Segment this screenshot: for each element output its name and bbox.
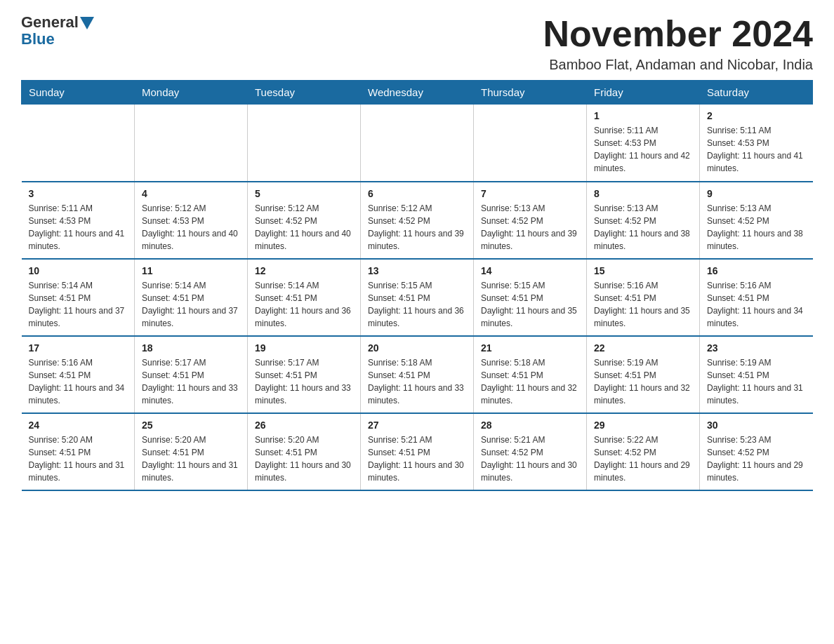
day-info: Sunrise: 5:21 AMSunset: 4:52 PMDaylight:…: [481, 434, 579, 484]
title-block: November 2024 Bamboo Flat, Andaman and N…: [543, 14, 813, 73]
calendar-cell: 11 Sunrise: 5:14 AMSunset: 4:51 PMDaylig…: [135, 259, 248, 336]
day-number: 13: [368, 265, 466, 276]
day-number: 1: [594, 110, 692, 121]
day-number: 29: [594, 420, 692, 431]
calendar-cell: 7 Sunrise: 5:13 AMSunset: 4:52 PMDayligh…: [474, 182, 587, 259]
calendar-cell: [135, 105, 248, 182]
day-number: 22: [594, 342, 692, 354]
day-info: Sunrise: 5:21 AMSunset: 4:51 PMDaylight:…: [368, 434, 466, 484]
calendar-cell: 23 Sunrise: 5:19 AMSunset: 4:51 PMDaylig…: [700, 336, 813, 413]
day-info: Sunrise: 5:19 AMSunset: 4:51 PMDaylight:…: [707, 356, 806, 407]
day-number: 15: [594, 265, 692, 276]
calendar-cell: 10 Sunrise: 5:14 AMSunset: 4:51 PMDaylig…: [22, 259, 135, 336]
day-info: Sunrise: 5:13 AMSunset: 4:52 PMDaylight:…: [707, 202, 806, 253]
logo: General Blue: [21, 14, 94, 48]
day-number: 6: [368, 188, 466, 199]
logo-blue-text: Blue: [21, 31, 55, 48]
day-info: Sunrise: 5:12 AMSunset: 4:52 PMDaylight:…: [368, 202, 466, 253]
day-info: Sunrise: 5:16 AMSunset: 4:51 PMDaylight:…: [29, 356, 128, 407]
day-number: 18: [142, 342, 240, 354]
day-info: Sunrise: 5:14 AMSunset: 4:51 PMDaylight:…: [29, 279, 128, 330]
day-info: Sunrise: 5:11 AMSunset: 4:53 PMDaylight:…: [29, 202, 128, 253]
day-number: 7: [481, 188, 579, 199]
day-number: 16: [707, 265, 806, 276]
day-info: Sunrise: 5:23 AMSunset: 4:52 PMDaylight:…: [707, 434, 806, 484]
day-number: 14: [481, 265, 579, 276]
calendar-cell: 28 Sunrise: 5:21 AMSunset: 4:52 PMDaylig…: [474, 413, 587, 490]
day-info: Sunrise: 5:22 AMSunset: 4:52 PMDaylight:…: [594, 434, 692, 484]
day-number: 3: [29, 188, 128, 199]
calendar-cell: 16 Sunrise: 5:16 AMSunset: 4:51 PMDaylig…: [700, 259, 813, 336]
day-number: 4: [142, 188, 240, 199]
calendar-cell: [248, 105, 361, 182]
calendar-cell: 29 Sunrise: 5:22 AMSunset: 4:52 PMDaylig…: [587, 413, 700, 490]
day-info: Sunrise: 5:16 AMSunset: 4:51 PMDaylight:…: [594, 279, 692, 330]
day-number: 23: [707, 342, 806, 354]
days-of-week-row: SundayMondayTuesdayWednesdayThursdayFrid…: [22, 81, 813, 105]
calendar-week-row: 17 Sunrise: 5:16 AMSunset: 4:51 PMDaylig…: [22, 336, 813, 413]
day-info: Sunrise: 5:18 AMSunset: 4:51 PMDaylight:…: [368, 356, 466, 407]
day-info: Sunrise: 5:14 AMSunset: 4:51 PMDaylight:…: [255, 279, 353, 330]
calendar-cell: [22, 105, 135, 182]
day-info: Sunrise: 5:16 AMSunset: 4:51 PMDaylight:…: [707, 279, 806, 330]
day-number: 19: [255, 342, 353, 354]
calendar-header: SundayMondayTuesdayWednesdayThursdayFrid…: [22, 81, 813, 105]
day-info: Sunrise: 5:17 AMSunset: 4:51 PMDaylight:…: [142, 356, 240, 407]
calendar-cell: 20 Sunrise: 5:18 AMSunset: 4:51 PMDaylig…: [361, 336, 474, 413]
day-of-week-header: Friday: [587, 81, 700, 105]
day-info: Sunrise: 5:13 AMSunset: 4:52 PMDaylight:…: [481, 202, 579, 253]
calendar-cell: 2 Sunrise: 5:11 AMSunset: 4:53 PMDayligh…: [700, 105, 813, 182]
calendar-cell: [474, 105, 587, 182]
day-info: Sunrise: 5:12 AMSunset: 4:53 PMDaylight:…: [142, 202, 240, 253]
day-info: Sunrise: 5:15 AMSunset: 4:51 PMDaylight:…: [481, 279, 579, 330]
calendar-cell: 4 Sunrise: 5:12 AMSunset: 4:53 PMDayligh…: [135, 182, 248, 259]
day-number: 11: [142, 265, 240, 276]
calendar-cell: 1 Sunrise: 5:11 AMSunset: 4:53 PMDayligh…: [587, 105, 700, 182]
calendar-cell: 27 Sunrise: 5:21 AMSunset: 4:51 PMDaylig…: [361, 413, 474, 490]
calendar-cell: 9 Sunrise: 5:13 AMSunset: 4:52 PMDayligh…: [700, 182, 813, 259]
calendar-cell: 25 Sunrise: 5:20 AMSunset: 4:51 PMDaylig…: [135, 413, 248, 490]
day-number: 2: [707, 110, 806, 121]
day-number: 24: [29, 420, 128, 431]
calendar-cell: [361, 105, 474, 182]
day-info: Sunrise: 5:11 AMSunset: 4:53 PMDaylight:…: [594, 124, 692, 175]
calendar-cell: 22 Sunrise: 5:19 AMSunset: 4:51 PMDaylig…: [587, 336, 700, 413]
day-info: Sunrise: 5:20 AMSunset: 4:51 PMDaylight:…: [29, 434, 128, 484]
calendar-week-row: 1 Sunrise: 5:11 AMSunset: 4:53 PMDayligh…: [22, 105, 813, 182]
day-info: Sunrise: 5:17 AMSunset: 4:51 PMDaylight:…: [255, 356, 353, 407]
day-number: 17: [29, 342, 128, 354]
day-info: Sunrise: 5:14 AMSunset: 4:51 PMDaylight:…: [142, 279, 240, 330]
day-number: 26: [255, 420, 353, 431]
day-of-week-header: Monday: [135, 81, 248, 105]
day-info: Sunrise: 5:20 AMSunset: 4:51 PMDaylight:…: [142, 434, 240, 484]
calendar-cell: 13 Sunrise: 5:15 AMSunset: 4:51 PMDaylig…: [361, 259, 474, 336]
day-number: 28: [481, 420, 579, 431]
day-of-week-header: Tuesday: [248, 81, 361, 105]
logo-triangle-icon: [80, 17, 94, 29]
day-number: 20: [368, 342, 466, 354]
calendar-cell: 17 Sunrise: 5:16 AMSunset: 4:51 PMDaylig…: [22, 336, 135, 413]
page-header: General Blue November 2024 Bamboo Flat, …: [21, 14, 813, 73]
location-subtitle: Bamboo Flat, Andaman and Nicobar, India: [543, 57, 813, 73]
day-number: 12: [255, 265, 353, 276]
day-number: 21: [481, 342, 579, 354]
day-number: 10: [29, 265, 128, 276]
calendar-week-row: 10 Sunrise: 5:14 AMSunset: 4:51 PMDaylig…: [22, 259, 813, 336]
day-number: 25: [142, 420, 240, 431]
day-of-week-header: Sunday: [22, 81, 135, 105]
day-info: Sunrise: 5:19 AMSunset: 4:51 PMDaylight:…: [594, 356, 692, 407]
calendar-cell: 8 Sunrise: 5:13 AMSunset: 4:52 PMDayligh…: [587, 182, 700, 259]
day-of-week-header: Saturday: [700, 81, 813, 105]
calendar-cell: 14 Sunrise: 5:15 AMSunset: 4:51 PMDaylig…: [474, 259, 587, 336]
day-info: Sunrise: 5:15 AMSunset: 4:51 PMDaylight:…: [368, 279, 466, 330]
day-of-week-header: Wednesday: [361, 81, 474, 105]
calendar-cell: 3 Sunrise: 5:11 AMSunset: 4:53 PMDayligh…: [22, 182, 135, 259]
day-number: 8: [594, 188, 692, 199]
day-number: 27: [368, 420, 466, 431]
day-info: Sunrise: 5:18 AMSunset: 4:51 PMDaylight:…: [481, 356, 579, 407]
calendar-cell: 15 Sunrise: 5:16 AMSunset: 4:51 PMDaylig…: [587, 259, 700, 336]
calendar-body: 1 Sunrise: 5:11 AMSunset: 4:53 PMDayligh…: [22, 105, 813, 490]
day-info: Sunrise: 5:11 AMSunset: 4:53 PMDaylight:…: [707, 124, 806, 175]
day-info: Sunrise: 5:12 AMSunset: 4:52 PMDaylight:…: [255, 202, 353, 253]
calendar-cell: 18 Sunrise: 5:17 AMSunset: 4:51 PMDaylig…: [135, 336, 248, 413]
